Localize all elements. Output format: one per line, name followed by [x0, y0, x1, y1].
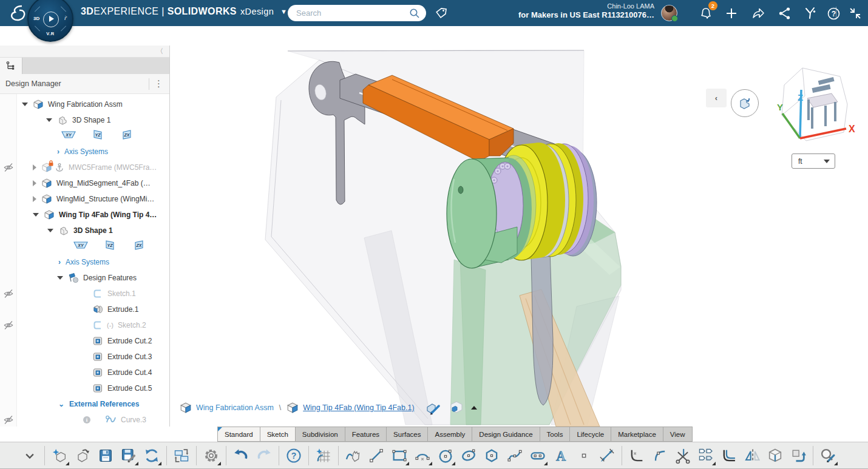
toolbar-button-line[interactable] [365, 444, 388, 467]
tree-item-label[interactable]: Axis Systems [66, 258, 109, 266]
tree-item-label[interactable]: Extrude.1 [107, 305, 138, 314]
panel-collapse-icon[interactable]: 〈 [157, 47, 163, 56]
previous-view-button[interactable]: ‹ [706, 89, 727, 107]
toolbar-button-project[interactable] [764, 444, 787, 467]
collapse-triangle-icon[interactable] [57, 276, 63, 280]
tree-item-extrude-cut-2[interactable]: Extrude Cut.2 [0, 333, 169, 349]
tree-item-axis-systems[interactable]: ›Axis Systems [0, 254, 169, 270]
3d-viewport[interactable] [170, 26, 868, 427]
hidden-eye-icon[interactable] [0, 412, 17, 427]
compass-play-icon[interactable] [49, 16, 54, 22]
toolbar-button-help[interactable] [282, 444, 305, 467]
toolbar-button-redo[interactable] [253, 444, 276, 467]
tab-tools[interactable]: Tools [540, 427, 571, 442]
tab-surfaces[interactable]: Surfaces [386, 427, 428, 442]
panel-menu-icon[interactable]: ⋮ [154, 77, 163, 90]
tab-design-tree[interactable] [0, 58, 22, 74]
tab-assembly[interactable]: Assembly [427, 427, 472, 442]
tree-item-planes[interactable] [0, 238, 169, 254]
toolbar-button-arc-blend[interactable] [648, 444, 671, 467]
tree-item-label[interactable]: Extrude Cut.4 [107, 368, 152, 377]
tree-item-wing-midsegment-4fab[interactable]: Wing_MidSegment_4Fab (… [0, 175, 169, 191]
toolbar-button-collapse[interactable] [18, 444, 41, 467]
tab-view[interactable]: View [663, 427, 693, 442]
search-input[interactable] [296, 8, 409, 18]
3ds-community-icon[interactable] [801, 4, 819, 22]
plane-yz[interactable] [90, 129, 106, 143]
toolbar-button-save-options[interactable] [117, 444, 140, 467]
toolbar-button-ellipse[interactable] [457, 444, 480, 467]
tree-item-label[interactable]: Wing Tip 4Fab (Wing Tip 4… [59, 211, 157, 219]
tree-item-label[interactable]: Axis Systems [64, 147, 108, 156]
collapse-triangle-icon[interactable] [33, 213, 39, 217]
expand-icon[interactable]: › [58, 258, 61, 266]
tree-item-label[interactable]: 3D Shape 1 [73, 226, 113, 235]
tag-icon[interactable] [432, 4, 450, 22]
toolbar-button-pattern[interactable] [694, 444, 717, 467]
tree-item-curve-3[interactable]: Curve.3 [0, 412, 169, 427]
toolbar-button-smart-dimension[interactable] [595, 444, 619, 467]
expand-icon[interactable]: › [57, 147, 59, 156]
toolbar-button-sync[interactable] [140, 444, 163, 467]
share-icon[interactable] [749, 4, 767, 22]
tree-item-label[interactable]: Curve.3 [121, 416, 146, 424]
plane-yz[interactable] [102, 240, 118, 253]
tree-item-extrude-1[interactable]: Extrude.1 [0, 302, 169, 317]
tree-item-label[interactable]: 3D Shape 1 [72, 116, 110, 124]
toolbar-button-save[interactable] [94, 444, 117, 467]
plane-xy[interactable] [61, 129, 76, 143]
toolbar-button-new-sketch[interactable] [312, 444, 335, 467]
tree-item-label[interactable]: Extrude Cut.3 [107, 353, 152, 361]
notifications-bell-icon[interactable]: 2 [697, 4, 715, 22]
tree-item-3d-shape-1[interactable]: 3D Shape 1 [0, 112, 169, 128]
toolbar-button-rectangle[interactable] [388, 444, 411, 467]
toolbar-button-polygon[interactable] [480, 444, 503, 467]
expand-triangle-icon[interactable] [33, 196, 36, 202]
tree-item-label[interactable]: Wing Fabrication Assm [48, 100, 123, 109]
cad-model[interactable] [170, 26, 868, 427]
tree-item-3d-shape-1[interactable]: 3D Shape 1 [0, 223, 169, 238]
view-cube[interactable]: Z Y X [766, 61, 863, 158]
app-switcher-chevron-icon[interactable]: ▼ [280, 8, 287, 15]
toolbar-button-trim[interactable] [671, 444, 694, 467]
avatar[interactable] [661, 5, 677, 21]
hidden-eye-icon[interactable] [0, 286, 17, 302]
search-icon[interactable] [409, 8, 420, 19]
tree-item-label[interactable]: MWC5Frame (MWC5Fra… [69, 163, 157, 172]
tree-item-wingmid-structure-wingmi[interactable]: WingMid_Structure (WingMi… [0, 191, 169, 207]
breadcrumb-root-link[interactable]: Wing Fabrication Assm [196, 403, 274, 412]
search-box[interactable] [288, 5, 426, 21]
iso-view-button[interactable] [731, 89, 759, 117]
expand-triangle-icon[interactable] [33, 180, 36, 186]
toolbar-button-new-part[interactable] [48, 444, 71, 467]
edit-component-icon[interactable] [424, 399, 442, 417]
breadcrumb-current-link[interactable]: Wing Tip 4Fab (Wing Tip 4Fab.1) [303, 403, 414, 412]
toolbar-button-undo[interactable] [229, 444, 253, 467]
collapse-triangle-icon[interactable] [46, 118, 52, 122]
toolbar-button-freehand[interactable] [342, 444, 365, 467]
tree-item-extrude-cut-4[interactable]: Extrude Cut.4 [0, 365, 169, 380]
hidden-eye-icon[interactable] [0, 160, 17, 175]
tree-item-label[interactable]: Design Features [83, 274, 137, 282]
toolbar-button-spline[interactable] [503, 444, 526, 467]
collapse-triangle-icon[interactable] [22, 103, 28, 106]
ghost-component-icon[interactable] [449, 400, 464, 416]
collapse-triangle-icon[interactable] [47, 229, 53, 232]
tree-item-sketch-2[interactable]: (-)Sketch.2 [0, 317, 169, 333]
toolbar-button-convert-entities[interactable] [787, 444, 810, 467]
add-icon[interactable] [722, 4, 741, 22]
toolbar-button-text[interactable] [549, 444, 572, 467]
tree-item-label[interactable]: Extrude Cut.5 [107, 384, 152, 393]
help-icon[interactable]: ? [824, 4, 843, 22]
tab-standard[interactable]: Standard [217, 427, 260, 442]
tab-features[interactable]: Features [345, 427, 387, 442]
tree-item-wing-tip-4fab-wing-tip-4[interactable]: Wing Tip 4Fab (Wing Tip 4… [0, 207, 169, 223]
tree-item-extrude-cut-3[interactable]: Extrude Cut.3 [0, 349, 169, 365]
tree-item-label[interactable]: Wing_MidSegment_4Fab (… [56, 179, 151, 187]
tree-item-label[interactable]: Extrude Cut.2 [107, 337, 152, 345]
tree-item-wing-fabrication-assm[interactable]: Wing Fabrication Assm [0, 96, 169, 112]
hidden-eye-icon[interactable] [0, 317, 17, 333]
tab-lifecycle[interactable]: Lifecycle [569, 427, 611, 442]
tree-item-external-references[interactable]: ⌄External References [0, 396, 169, 412]
plane-xy[interactable] [73, 240, 89, 253]
